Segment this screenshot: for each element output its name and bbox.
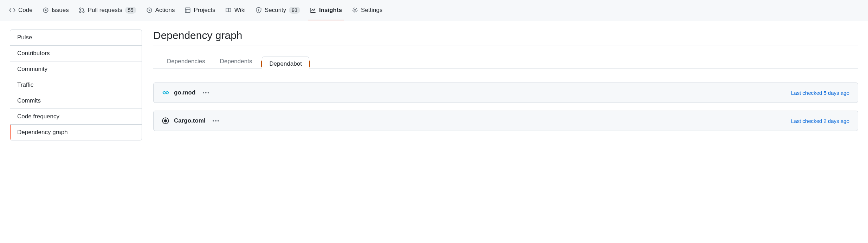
svg-point-3 xyxy=(79,11,81,13)
nav-projects[interactable]: Projects xyxy=(181,0,219,21)
sidebar-label: Community xyxy=(17,66,47,72)
nav-pull-requests[interactable]: Pull requests 55 xyxy=(75,0,140,21)
manifest-list: go.mod ••• Last checked 5 days ago Cargo… xyxy=(153,83,858,131)
sidebar-item-code-frequency[interactable]: Code frequency xyxy=(10,109,142,125)
highlight-annotation: Dependabot xyxy=(261,59,310,68)
dependency-subnav: Dependencies Dependents Dependabot xyxy=(153,46,858,68)
svg-point-14 xyxy=(164,119,167,123)
sidebar-label: Dependency graph xyxy=(17,129,68,136)
last-checked-link[interactable]: Last checked 2 days ago xyxy=(791,118,849,124)
table-icon xyxy=(184,7,191,13)
tab-dependents[interactable]: Dependents xyxy=(213,54,260,68)
go-icon xyxy=(162,89,169,96)
nav-insights-label: Insights xyxy=(319,7,342,14)
nav-security[interactable]: Security 93 xyxy=(252,0,304,21)
insights-sidebar: Pulse Contributors Community Traffic Com… xyxy=(10,29,142,140)
nav-projects-label: Projects xyxy=(194,7,215,14)
page-container: Pulse Contributors Community Traffic Com… xyxy=(0,21,868,149)
main-content: Dependency graph Dependencies Dependents… xyxy=(153,29,858,131)
sidebar-label: Commits xyxy=(17,97,41,104)
nav-settings-label: Settings xyxy=(361,7,382,14)
shield-icon xyxy=(255,7,262,13)
nav-issues-label: Issues xyxy=(52,7,69,14)
page-title: Dependency graph xyxy=(153,29,858,41)
nav-issues[interactable]: Issues xyxy=(39,0,72,21)
sidebar-item-community[interactable]: Community xyxy=(10,61,142,77)
nav-code[interactable]: Code xyxy=(6,0,36,21)
svg-point-1 xyxy=(45,9,46,11)
last-checked-link[interactable]: Last checked 5 days ago xyxy=(791,90,849,96)
tab-dependabot[interactable]: Dependabot xyxy=(262,57,309,71)
nav-actions-label: Actions xyxy=(155,7,175,14)
manifest-row: go.mod ••• Last checked 5 days ago xyxy=(153,83,858,103)
nav-insights[interactable]: Insights xyxy=(306,0,345,21)
svg-rect-12 xyxy=(162,93,163,93)
tab-label: Dependents xyxy=(220,58,252,65)
security-count: 93 xyxy=(289,7,300,14)
kebab-icon[interactable]: ••• xyxy=(200,89,212,96)
sidebar-item-pulse[interactable]: Pulse xyxy=(10,30,142,46)
svg-point-7 xyxy=(258,9,259,10)
sidebar-item-contributors[interactable]: Contributors xyxy=(10,46,142,61)
nav-wiki-label: Wiki xyxy=(234,7,246,14)
kebab-icon[interactable]: ••• xyxy=(210,117,222,124)
sidebar-item-commits[interactable]: Commits xyxy=(10,93,142,109)
book-icon xyxy=(225,7,232,13)
nav-wiki[interactable]: Wiki xyxy=(222,0,249,21)
svg-point-9 xyxy=(163,92,166,94)
sidebar-label: Traffic xyxy=(17,81,33,88)
svg-point-4 xyxy=(83,11,84,13)
sidebar-item-dependency-graph[interactable]: Dependency graph xyxy=(10,125,142,140)
tab-dependencies[interactable]: Dependencies xyxy=(160,54,213,68)
nav-code-label: Code xyxy=(18,7,33,14)
sidebar-label: Code frequency xyxy=(17,113,59,120)
sidebar-label: Contributors xyxy=(17,50,50,57)
svg-rect-6 xyxy=(186,8,190,13)
manifest-row: Cargo.toml ••• Last checked 2 days ago xyxy=(153,111,858,131)
issue-icon xyxy=(43,7,49,13)
nav-pr-label: Pull requests xyxy=(88,7,122,14)
sidebar-label: Pulse xyxy=(17,34,32,41)
play-icon xyxy=(146,7,153,13)
code-icon xyxy=(9,7,15,13)
pr-count: 55 xyxy=(125,7,136,14)
svg-point-2 xyxy=(79,8,81,9)
graph-icon xyxy=(310,7,316,13)
nav-security-label: Security xyxy=(265,7,286,14)
nav-settings[interactable]: Settings xyxy=(348,0,386,21)
svg-point-8 xyxy=(354,9,356,11)
rust-icon xyxy=(162,117,169,124)
nav-actions[interactable]: Actions xyxy=(143,0,179,21)
svg-rect-11 xyxy=(162,92,163,92)
sidebar-item-traffic[interactable]: Traffic xyxy=(10,77,142,93)
gear-icon xyxy=(352,7,358,13)
tab-label: Dependabot xyxy=(269,60,302,67)
repo-nav: Code Issues Pull requests 55 Actions Pro… xyxy=(0,0,868,21)
manifest-name[interactable]: Cargo.toml xyxy=(174,117,206,124)
svg-point-10 xyxy=(166,92,169,94)
tab-label: Dependencies xyxy=(167,58,205,65)
manifest-name[interactable]: go.mod xyxy=(174,89,195,96)
pull-request-icon xyxy=(79,7,85,13)
